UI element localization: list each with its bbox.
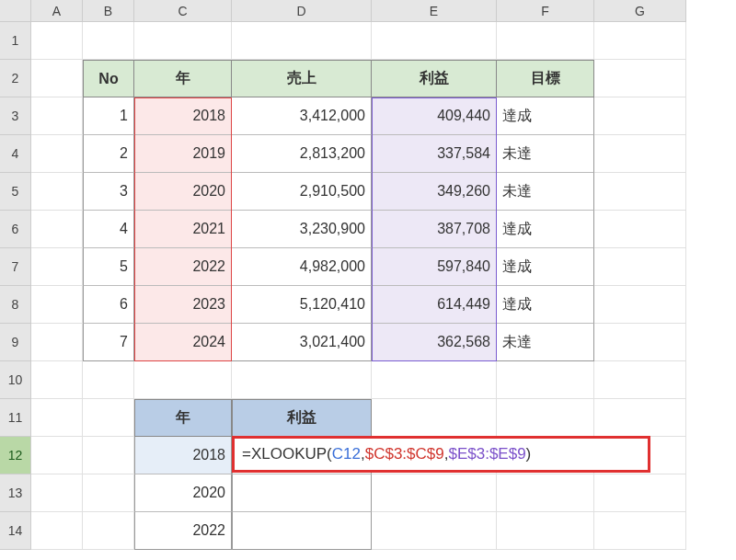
- row-header-12[interactable]: 12: [0, 437, 31, 474]
- lookup-year[interactable]: 2022: [134, 512, 232, 550]
- row-header-10[interactable]: 10: [0, 361, 31, 399]
- row-header-4[interactable]: 4: [0, 135, 31, 173]
- cell[interactable]: [31, 286, 83, 324]
- cell[interactable]: [594, 512, 686, 550]
- cell[interactable]: [83, 399, 134, 437]
- cell-year[interactable]: 2023: [134, 286, 232, 324]
- cell-target[interactable]: 達成: [497, 286, 594, 324]
- cell-year[interactable]: 2024: [134, 324, 232, 361]
- cell-profit[interactable]: 614,449: [372, 286, 497, 324]
- cell[interactable]: [31, 173, 83, 211]
- cell-sales[interactable]: 3,230,900: [232, 211, 372, 248]
- cell[interactable]: [31, 399, 83, 437]
- row-header-6[interactable]: 6: [0, 211, 31, 248]
- lookup-year[interactable]: 2018: [134, 437, 232, 474]
- col-header-c[interactable]: C: [134, 0, 232, 22]
- cell-year[interactable]: 2022: [134, 248, 232, 286]
- table-header-no[interactable]: No: [83, 60, 134, 97]
- cell-sales[interactable]: 2,910,500: [232, 173, 372, 211]
- cell-year[interactable]: 2018: [134, 97, 232, 135]
- col-header-g[interactable]: G: [594, 0, 686, 22]
- cell[interactable]: [594, 135, 686, 173]
- cell[interactable]: [594, 248, 686, 286]
- cell[interactable]: [594, 173, 686, 211]
- cell[interactable]: [372, 361, 497, 399]
- cell-profit[interactable]: 349,260: [372, 173, 497, 211]
- cell[interactable]: [497, 399, 594, 437]
- cell-no[interactable]: 4: [83, 211, 134, 248]
- col-header-a[interactable]: A: [31, 0, 83, 22]
- cell-year[interactable]: 2020: [134, 173, 232, 211]
- table-header-target[interactable]: 目標: [497, 60, 594, 97]
- col-header-b[interactable]: B: [83, 0, 134, 22]
- cell[interactable]: [83, 512, 134, 550]
- cell-target[interactable]: 達成: [497, 97, 594, 135]
- row-header-3[interactable]: 3: [0, 97, 31, 135]
- cell[interactable]: [83, 361, 134, 399]
- cell[interactable]: [31, 248, 83, 286]
- col-header-f[interactable]: F: [497, 0, 594, 22]
- lookup-header-year[interactable]: 年: [134, 399, 232, 437]
- cell[interactable]: [594, 361, 686, 399]
- cell[interactable]: [594, 97, 686, 135]
- row-header-2[interactable]: 2: [0, 60, 31, 97]
- cell-target[interactable]: 達成: [497, 248, 594, 286]
- row-header-1[interactable]: 1: [0, 22, 31, 60]
- cell[interactable]: [594, 60, 686, 97]
- cell-sales[interactable]: 5,120,410: [232, 286, 372, 324]
- col-header-d[interactable]: D: [232, 0, 372, 22]
- row-header-5[interactable]: 5: [0, 173, 31, 211]
- cell[interactable]: [372, 22, 497, 60]
- cell[interactable]: [31, 512, 83, 550]
- cell[interactable]: [232, 22, 372, 60]
- cell[interactable]: [594, 474, 686, 512]
- table-header-profit[interactable]: 利益: [372, 60, 497, 97]
- cell-profit[interactable]: 409,440: [372, 97, 497, 135]
- cell[interactable]: [497, 22, 594, 60]
- cell-target[interactable]: 未達: [497, 173, 594, 211]
- cell[interactable]: [31, 474, 83, 512]
- cell[interactable]: [31, 97, 83, 135]
- cell[interactable]: [594, 324, 686, 361]
- cell[interactable]: [594, 399, 686, 437]
- cell-profit[interactable]: 597,840: [372, 248, 497, 286]
- lookup-year[interactable]: 2020: [134, 474, 232, 512]
- row-header-9[interactable]: 9: [0, 324, 31, 361]
- table-header-year[interactable]: 年: [134, 60, 232, 97]
- cell[interactable]: [497, 361, 594, 399]
- cell-target[interactable]: 未達: [497, 324, 594, 361]
- lookup-header-profit[interactable]: 利益: [232, 399, 372, 437]
- cell-target[interactable]: 未達: [497, 135, 594, 173]
- formula-edit-box[interactable]: =XLOOKUP( C12 , $C$3:$C$9 , $E$3:$E$9 ): [232, 436, 650, 473]
- lookup-profit[interactable]: [232, 512, 372, 550]
- cell-profit[interactable]: 362,568: [372, 324, 497, 361]
- cell[interactable]: [83, 22, 134, 60]
- cell[interactable]: [31, 60, 83, 97]
- cell-profit[interactable]: 387,708: [372, 211, 497, 248]
- cell-no[interactable]: 6: [83, 286, 134, 324]
- row-header-8[interactable]: 8: [0, 286, 31, 324]
- row-header-7[interactable]: 7: [0, 248, 31, 286]
- cell-year[interactable]: 2019: [134, 135, 232, 173]
- cell[interactable]: [83, 437, 134, 474]
- cell[interactable]: [372, 512, 497, 550]
- cell-sales[interactable]: 4,982,000: [232, 248, 372, 286]
- cell-sales[interactable]: 3,021,400: [232, 324, 372, 361]
- col-header-e[interactable]: E: [372, 0, 497, 22]
- cell[interactable]: [497, 512, 594, 550]
- cell-sales[interactable]: 3,412,000: [232, 97, 372, 135]
- cell[interactable]: [31, 361, 83, 399]
- cell[interactable]: [372, 399, 497, 437]
- cell-sales[interactable]: 2,813,200: [232, 135, 372, 173]
- cell-no[interactable]: 1: [83, 97, 134, 135]
- cell[interactable]: [594, 22, 686, 60]
- cell[interactable]: [497, 474, 594, 512]
- cell-profit[interactable]: 337,584: [372, 135, 497, 173]
- cell-target[interactable]: 達成: [497, 211, 594, 248]
- cell-no[interactable]: 7: [83, 324, 134, 361]
- cell[interactable]: [134, 361, 232, 399]
- cell[interactable]: [594, 286, 686, 324]
- cell[interactable]: [232, 361, 372, 399]
- select-all-corner[interactable]: [0, 0, 31, 22]
- cell-no[interactable]: 3: [83, 173, 134, 211]
